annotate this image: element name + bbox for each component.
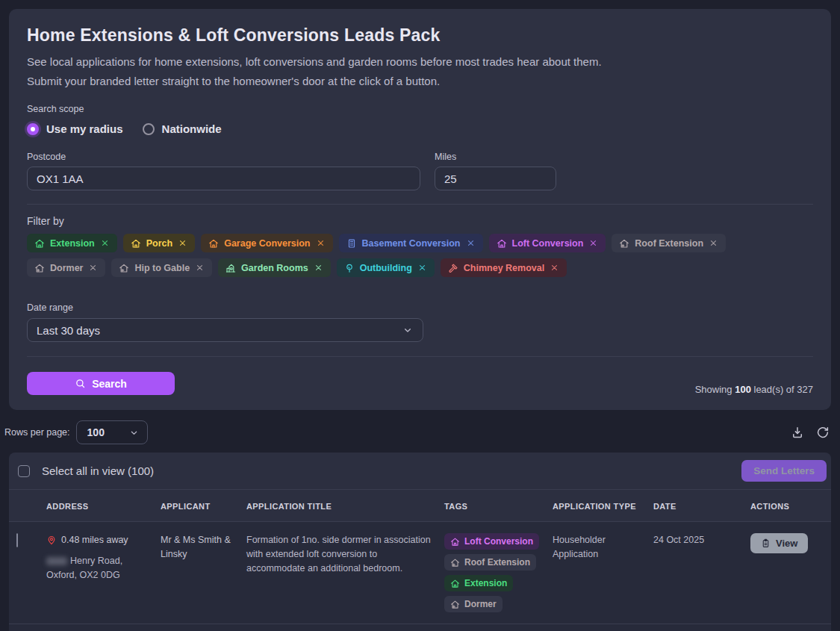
- postcode-input[interactable]: [27, 167, 420, 190]
- house-icon: [208, 238, 219, 249]
- refresh-icon[interactable]: [816, 426, 830, 439]
- clipboard-icon: [761, 538, 771, 548]
- house-plus-icon: [450, 558, 460, 568]
- tag-extension: Extension: [444, 575, 513, 591]
- chevron-down-icon: [402, 324, 414, 336]
- select-all-checkbox[interactable]: [18, 465, 30, 477]
- col-application-title: APPLICATION TITLE: [246, 490, 444, 521]
- filter-tag-porch: Porch: [123, 234, 195, 252]
- search-panel: Home Extensions & Loft Conversions Leads…: [9, 9, 831, 410]
- results-summary: Showing 100 lead(s) of 327: [695, 384, 813, 395]
- distance: 0.48 miles away: [46, 533, 150, 547]
- remove-tag-icon[interactable]: [709, 238, 718, 248]
- application-type: Householder Application: [553, 522, 653, 624]
- col-application-type: APPLICATION TYPE: [553, 490, 653, 521]
- divider: [27, 356, 813, 357]
- remove-tag-icon[interactable]: [550, 263, 559, 273]
- filter-tag-loft-conversion: Loft Conversion: [489, 234, 606, 252]
- leads-table: Select all in view (100) Send Letters AD…: [9, 453, 831, 631]
- remove-tag-icon[interactable]: [88, 263, 98, 273]
- download-icon[interactable]: [791, 426, 804, 439]
- divider: [27, 204, 813, 205]
- miles-label: Miles: [435, 152, 556, 162]
- applicant: Tierney: [161, 624, 246, 631]
- rows-per-page-select[interactable]: 100: [76, 420, 148, 444]
- col-applicant: APPLICANT: [161, 490, 246, 521]
- radio-use-my-radius[interactable]: Use my radius: [27, 122, 123, 135]
- house-icon: [34, 238, 45, 249]
- house-icon: [450, 579, 460, 588]
- date-range-label: Date range: [27, 302, 813, 313]
- filter-tag-garden-rooms: Garden Rooms: [218, 258, 331, 277]
- send-letters-button[interactable]: Send Letters: [741, 460, 827, 482]
- house-plus-icon: [34, 263, 45, 273]
- filter-tag-roof-extension: Roof Extension: [612, 234, 726, 252]
- filter-tags: Extension Porch Garage Conversion Baseme…: [27, 234, 774, 277]
- remove-tag-icon[interactable]: [316, 238, 326, 248]
- table-header-row: ADDRESS APPLICANT APPLICATION TITLE TAGS…: [9, 490, 831, 522]
- remove-tag-icon[interactable]: [195, 263, 205, 273]
- application-title: Erection of single storey rear and side …: [246, 624, 444, 631]
- remove-tag-icon[interactable]: [314, 263, 323, 273]
- col-tags: TAGS: [444, 490, 553, 521]
- hammer-icon: [448, 263, 458, 273]
- view-button[interactable]: View: [750, 533, 808, 553]
- house-plus-icon: [450, 600, 460, 609]
- col-date: DATE: [653, 490, 750, 521]
- table-row: 0.53 miles away Cardigan Street, Oxford,…: [9, 624, 831, 631]
- miles-input[interactable]: [435, 167, 556, 190]
- house-icon: [497, 238, 507, 249]
- filter-tag-outbuilding: Outbuilding: [337, 258, 435, 277]
- page-subtitle-2: Submit your branded letter straight to t…: [27, 75, 813, 87]
- radio-unselected-icon: [143, 123, 155, 135]
- tree-icon: [344, 263, 355, 273]
- house-icon: [131, 238, 141, 249]
- filter-tag-garage-conversion: Garage Conversion: [201, 234, 332, 252]
- table-row: 0.48 miles away Henry Road, Oxford, OX2 …: [9, 522, 831, 624]
- search-button[interactable]: Search: [27, 372, 175, 395]
- row-checkbox[interactable]: [16, 533, 18, 547]
- filter-by-label: Filter by: [27, 215, 813, 227]
- table-toolbar: Rows per page: 100: [4, 420, 830, 444]
- remove-tag-icon[interactable]: [178, 238, 187, 248]
- search-icon: [75, 378, 86, 389]
- remove-tag-icon[interactable]: [100, 238, 110, 248]
- applicant: Mr & Ms Smith & Linsky: [161, 522, 246, 624]
- rows-per-page-label: Rows per page:: [4, 427, 70, 438]
- filter-tag-basement-conversion: Basement Conversion: [339, 234, 483, 252]
- tag-dormer: Dormer: [444, 596, 503, 612]
- remove-tag-icon[interactable]: [466, 238, 476, 248]
- results-count: 100: [735, 384, 751, 395]
- tag-loft-conversion: Loft Conversion: [444, 533, 539, 550]
- location-pin-icon: [46, 535, 57, 545]
- col-address: ADDRESS: [46, 490, 161, 521]
- row-tags: Loft Conversion Roof Extension Extension…: [444, 533, 542, 612]
- page-subtitle-1: See local applications for home extensio…: [27, 55, 813, 68]
- radio-selected-icon: [27, 123, 39, 135]
- date: 24 Oct 2025: [653, 522, 750, 624]
- remove-tag-icon[interactable]: [417, 263, 427, 273]
- search-scope-group: Use my radius Nationwide: [27, 122, 813, 135]
- col-actions: ACTIONS: [750, 490, 831, 521]
- postcode-label: Postcode: [27, 152, 420, 162]
- page-title: Home Extensions & Loft Conversions Leads…: [27, 25, 813, 46]
- filter-tag-hip-to-gable: Hip to Gable: [111, 258, 212, 277]
- remove-tag-icon[interactable]: [588, 238, 598, 248]
- application-title: Formation of 1no. side dormer in associa…: [246, 522, 444, 624]
- select-all-label: Select all in view (100): [42, 464, 154, 477]
- house-icon: [450, 537, 460, 547]
- application-type: Householder Application: [553, 624, 653, 631]
- search-scope-label: Search scope: [27, 104, 813, 114]
- date-range-select[interactable]: Last 30 days: [27, 318, 423, 342]
- redacted-house-number: [46, 557, 67, 565]
- filter-tag-chimney-removal: Chimney Removal: [441, 258, 567, 277]
- chevron-down-icon: [128, 427, 140, 438]
- house-plus-icon: [119, 263, 129, 273]
- date: 23 Oct 2025: [653, 624, 750, 631]
- tag-roof-extension: Roof Extension: [444, 554, 536, 571]
- building-icon: [346, 238, 357, 249]
- radio-nationwide[interactable]: Nationwide: [143, 122, 222, 135]
- filter-tag-extension: Extension: [27, 234, 117, 252]
- filter-tag-dormer: Dormer: [27, 258, 105, 277]
- house-plus-icon: [619, 238, 629, 249]
